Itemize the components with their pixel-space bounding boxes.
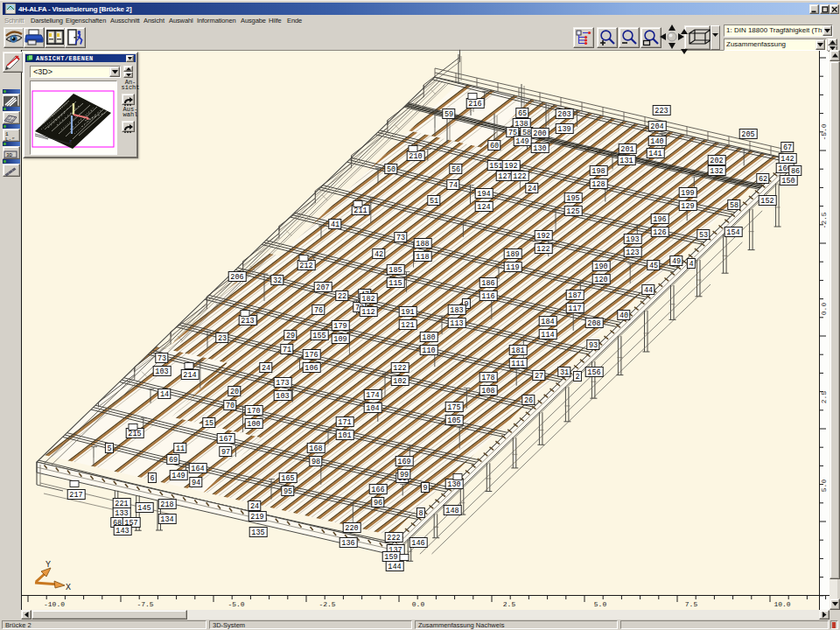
svg-text:73: 73 <box>396 234 405 242</box>
svg-text:4: 4 <box>689 260 693 269</box>
svg-text:94: 94 <box>192 479 200 487</box>
svg-text:134: 134 <box>160 515 173 524</box>
svg-text:169: 169 <box>397 458 410 466</box>
svg-text:8: 8 <box>418 509 423 518</box>
svg-text:144: 144 <box>388 563 401 571</box>
svg-text:204: 204 <box>650 122 663 131</box>
svg-text:148: 148 <box>445 507 458 515</box>
svg-text:128: 128 <box>592 180 605 189</box>
svg-text:135: 135 <box>251 528 264 537</box>
svg-text:115: 115 <box>388 279 402 288</box>
svg-text:49: 49 <box>672 257 681 266</box>
svg-text:20: 20 <box>230 388 239 396</box>
svg-text:-2.5: -2.5 <box>820 212 828 228</box>
svg-text:179: 179 <box>333 322 346 331</box>
svg-text:125: 125 <box>566 207 579 216</box>
svg-text:195: 195 <box>566 194 579 203</box>
svg-text:184: 184 <box>541 318 554 326</box>
svg-text:24: 24 <box>528 185 536 193</box>
svg-text:102: 102 <box>393 377 406 386</box>
svg-text:0.0: 0.0 <box>820 303 828 316</box>
svg-text:194: 194 <box>477 190 490 199</box>
svg-text:73: 73 <box>158 354 166 363</box>
svg-text:122: 122 <box>513 172 526 181</box>
svg-text:192: 192 <box>536 232 550 241</box>
svg-text:165: 165 <box>281 474 294 483</box>
svg-text:116: 116 <box>481 292 494 301</box>
svg-text:86: 86 <box>791 167 800 176</box>
svg-text:27: 27 <box>535 372 543 381</box>
svg-text:118: 118 <box>416 253 429 262</box>
svg-text:212: 212 <box>299 262 312 270</box>
svg-text:187: 187 <box>568 291 581 300</box>
svg-text:205: 205 <box>741 130 754 139</box>
svg-text:151: 151 <box>489 162 502 171</box>
svg-text:67: 67 <box>783 144 792 152</box>
svg-text:155: 155 <box>312 332 326 340</box>
svg-text:122: 122 <box>536 245 550 254</box>
svg-text:51: 51 <box>430 197 438 206</box>
svg-text:2.5: 2.5 <box>820 391 828 404</box>
svg-text:211: 211 <box>354 206 367 215</box>
svg-text:141: 141 <box>648 150 662 158</box>
svg-text:202: 202 <box>710 157 723 165</box>
svg-text:185: 185 <box>388 266 402 275</box>
svg-text:101: 101 <box>338 431 351 440</box>
svg-text:221: 221 <box>115 500 128 508</box>
svg-text:5: 5 <box>107 444 111 453</box>
svg-text:191: 191 <box>401 308 414 317</box>
svg-text:32: 32 <box>273 276 282 285</box>
svg-text:222: 222 <box>387 534 400 542</box>
svg-text:188: 188 <box>416 240 429 248</box>
svg-text:183: 183 <box>450 306 463 315</box>
svg-text:196: 196 <box>653 215 666 224</box>
svg-text:-5.0: -5.0 <box>228 600 244 608</box>
svg-text:23: 23 <box>218 334 227 343</box>
svg-text:0.0: 0.0 <box>412 600 425 608</box>
svg-text:181: 181 <box>511 346 524 355</box>
svg-text:96: 96 <box>374 499 382 508</box>
svg-text:130: 130 <box>533 144 546 153</box>
svg-text:56: 56 <box>452 165 460 174</box>
svg-text:71: 71 <box>283 346 291 354</box>
svg-text:121: 121 <box>401 321 414 330</box>
svg-text:103: 103 <box>155 368 168 376</box>
svg-text:69: 69 <box>169 456 178 465</box>
svg-text:180: 180 <box>422 333 435 342</box>
svg-text:200: 200 <box>533 130 546 138</box>
svg-text:164: 164 <box>191 465 204 473</box>
svg-text:214: 214 <box>183 371 196 380</box>
svg-text:132: 132 <box>710 167 723 176</box>
svg-text:99: 99 <box>400 471 409 480</box>
svg-text:170: 170 <box>247 407 260 416</box>
svg-text:198: 198 <box>592 167 605 176</box>
svg-text:175: 175 <box>447 403 460 412</box>
svg-text:208: 208 <box>587 319 600 328</box>
svg-text:22: 22 <box>338 292 346 301</box>
svg-text:131: 131 <box>620 157 633 165</box>
svg-text:97: 97 <box>221 448 230 457</box>
svg-text:220: 220 <box>345 524 358 533</box>
svg-text:53: 53 <box>699 231 708 240</box>
svg-text:76: 76 <box>314 306 323 315</box>
svg-text:z: z <box>69 138 73 144</box>
svg-text:105: 105 <box>447 416 460 425</box>
svg-text:182: 182 <box>361 295 374 304</box>
svg-text:140: 140 <box>650 137 663 146</box>
svg-text:74: 74 <box>449 181 458 190</box>
svg-text:70: 70 <box>226 402 234 410</box>
svg-text:146: 146 <box>411 539 424 548</box>
svg-text:119: 119 <box>506 263 519 272</box>
svg-text:149: 149 <box>172 472 185 480</box>
svg-text:189: 189 <box>506 250 519 259</box>
svg-text:106: 106 <box>304 364 318 373</box>
svg-text:103: 103 <box>276 392 289 401</box>
svg-text:98: 98 <box>312 458 320 466</box>
svg-text:40: 40 <box>620 312 628 320</box>
svg-text:129: 129 <box>681 202 694 211</box>
svg-text:150: 150 <box>781 177 794 186</box>
svg-text:156: 156 <box>587 368 600 377</box>
svg-text:5.0: 5.0 <box>594 600 607 608</box>
svg-text:41: 41 <box>331 220 340 229</box>
svg-text:59: 59 <box>444 110 453 119</box>
